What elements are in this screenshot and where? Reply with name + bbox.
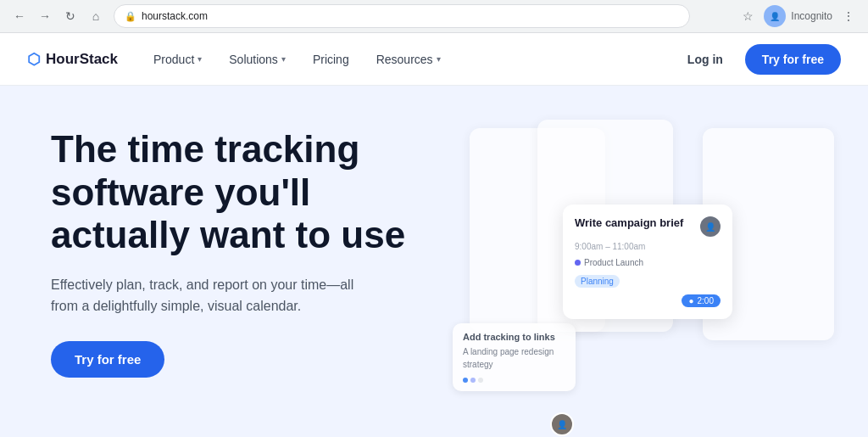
menu-icon[interactable]: ⋮ — [837, 5, 860, 27]
timer-badge: ● 2:00 — [682, 294, 721, 307]
nav-item-product[interactable]: Product ▾ — [142, 48, 214, 71]
browser-chrome: ← → ↻ ⌂ 🔒 hourstack.com ☆ 👤 Incognito ⋮ — [0, 0, 868, 33]
hero-cta-button[interactable]: Try for free — [51, 341, 164, 378]
tag-dot — [575, 260, 581, 266]
chevron-down-icon: ▾ — [437, 54, 441, 64]
avatar: 👤 — [700, 216, 721, 237]
login-button[interactable]: Log in — [674, 46, 737, 73]
event-card-header: Write campaign brief 👤 — [575, 216, 721, 237]
small-card-title: Add tracking to links — [463, 332, 565, 342]
hero-illustration: Write campaign brief 👤 9:00am – 11:00am … — [419, 111, 843, 434]
nav-resources-label: Resources — [376, 53, 433, 66]
nav-solutions-label: Solutions — [229, 53, 278, 66]
lock-icon: 🔒 — [125, 11, 136, 22]
nav-pricing-label: Pricing — [313, 53, 349, 66]
site-navbar: ⬡ HourStack Product ▾ Solutions ▾ Pricin… — [0, 33, 868, 86]
nav-item-solutions[interactable]: Solutions ▾ — [217, 48, 298, 71]
nav-item-pricing[interactable]: Pricing — [301, 48, 361, 71]
event-label: Planning — [575, 275, 620, 288]
logo-text: HourStack — [46, 51, 118, 68]
timer-value: 2:00 — [698, 296, 714, 305]
back-button[interactable]: ← — [8, 5, 31, 27]
event-tag-label: Product Launch — [584, 258, 643, 267]
event-card: Write campaign brief 👤 9:00am – 11:00am … — [563, 204, 732, 319]
avatar-small: 👤 — [550, 412, 574, 436]
reload-button[interactable]: ↻ — [59, 5, 81, 27]
home-button[interactable]: ⌂ — [85, 5, 107, 27]
dot-1 — [463, 378, 468, 383]
hero-text: The time tracking software you'll actual… — [51, 128, 424, 437]
event-time: 9:00am – 11:00am — [575, 242, 721, 251]
nav-product-label: Product — [153, 53, 194, 66]
dot-2 — [470, 378, 476, 383]
browser-toolbar: ← → ↻ ⌂ 🔒 hourstack.com ☆ 👤 Incognito ⋮ — [0, 0, 868, 32]
hero-section: The time tracking software you'll actual… — [0, 86, 868, 437]
small-card-text: A landing page redesign strategy — [463, 345, 565, 371]
nav-links: Product ▾ Solutions ▾ Pricing Resources … — [142, 48, 674, 71]
nav-right: Log in Try for free — [674, 44, 841, 75]
nav-buttons: ← → ↻ ⌂ — [8, 5, 107, 27]
browser-right-icons: ☆ 👤 Incognito ⋮ — [737, 5, 860, 27]
try-free-button[interactable]: Try for free — [745, 44, 841, 75]
event-title: Write campaign brief — [575, 216, 683, 229]
dot-3 — [478, 378, 483, 383]
chevron-down-icon: ▾ — [198, 54, 202, 64]
bookmark-icon[interactable]: ☆ — [737, 5, 759, 27]
chevron-down-icon: ▾ — [281, 54, 286, 64]
incognito-label: Incognito — [791, 10, 832, 22]
address-bar[interactable]: 🔒 hourstack.com — [114, 4, 690, 28]
forward-button[interactable]: → — [34, 5, 56, 27]
profile-button[interactable]: 👤 — [764, 5, 786, 27]
logo[interactable]: ⬡ HourStack — [27, 50, 118, 69]
nav-item-resources[interactable]: Resources ▾ — [364, 48, 453, 71]
url-text: hourstack.com — [142, 10, 208, 22]
timer-icon: ● — [688, 296, 693, 305]
event-tag: Product Launch — [575, 258, 721, 267]
logo-icon: ⬡ — [27, 50, 41, 69]
small-card-dots — [463, 378, 565, 383]
event-timer: ● 2:00 — [575, 294, 721, 307]
small-card: Add tracking to links A landing page red… — [453, 323, 576, 391]
hero-subtext: Effectively plan, track, and report on y… — [51, 274, 356, 317]
hero-heading: The time tracking software you'll actual… — [51, 128, 424, 257]
